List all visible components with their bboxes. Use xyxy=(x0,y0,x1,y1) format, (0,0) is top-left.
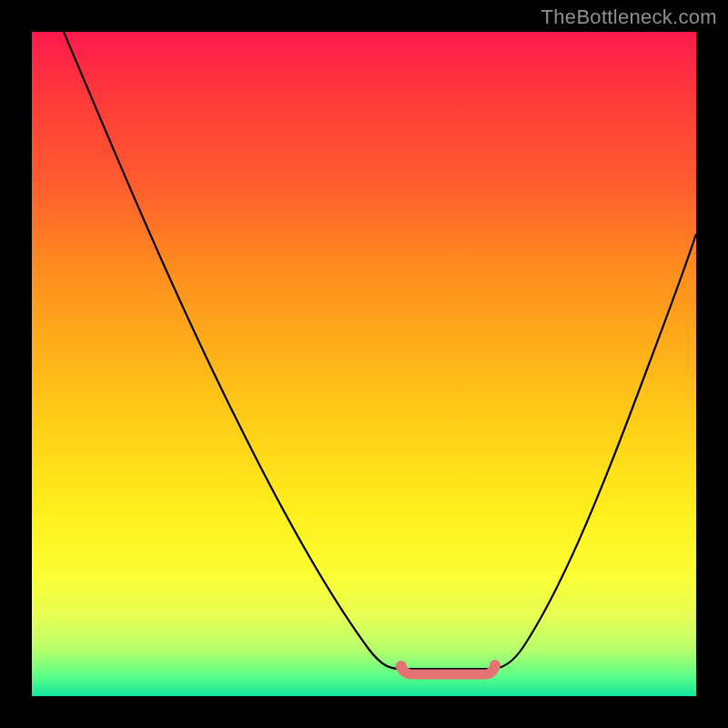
bottom-marker-dot-left xyxy=(396,661,407,672)
main-curve xyxy=(64,32,696,669)
chart-plot-area xyxy=(32,32,696,696)
bottom-marker-dot-right xyxy=(490,660,500,671)
chart-frame: TheBottleneck.com xyxy=(0,0,728,728)
bottom-marker xyxy=(400,666,495,674)
watermark-text: TheBottleneck.com xyxy=(541,5,717,29)
chart-svg xyxy=(32,32,696,696)
